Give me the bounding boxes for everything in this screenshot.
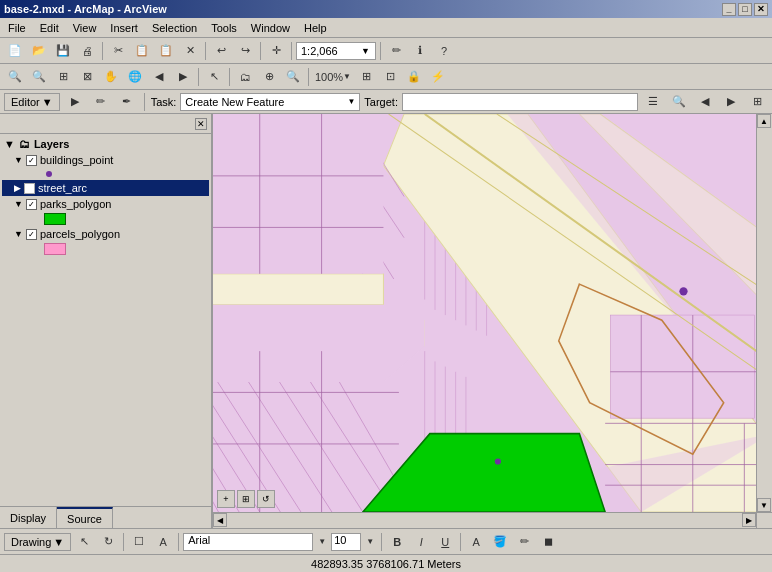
text-box-btn[interactable]: ☐ xyxy=(128,532,150,552)
parks-expand[interactable]: ▼ xyxy=(14,199,23,209)
font-type-btn[interactable]: A xyxy=(152,532,174,552)
target-icon-btn[interactable]: ☰ xyxy=(642,92,664,112)
menu-tools[interactable]: Tools xyxy=(207,21,241,35)
zoom-full-btn[interactable]: ⊠ xyxy=(76,67,98,87)
scale-box[interactable]: 1:2,066 ▼ xyxy=(296,42,376,60)
scroll-h-track[interactable] xyxy=(227,513,742,528)
zoom-out-btn[interactable]: 🔍 xyxy=(28,67,50,87)
task-dropdown[interactable]: Create New Feature ▼ xyxy=(180,93,360,111)
parcels-expand[interactable]: ▼ xyxy=(14,229,23,239)
layer-item-buildings[interactable]: ▼ ✓ buildings_point xyxy=(2,152,209,168)
copy-btn[interactable]: 📋 xyxy=(131,41,153,61)
menu-file[interactable]: File xyxy=(4,21,30,35)
parcels-checkbox[interactable]: ✓ xyxy=(26,229,37,240)
pencil-btn[interactable]: ✏ xyxy=(90,92,112,112)
street-expand[interactable]: ▶ xyxy=(14,183,21,193)
shadow-btn[interactable]: ◼ xyxy=(537,532,559,552)
fill-color-btn[interactable]: 🪣 xyxy=(489,532,511,552)
scroll-right-btn[interactable]: ▶ xyxy=(742,513,756,527)
line-color-btn[interactable]: ✏ xyxy=(513,532,535,552)
bold-btn[interactable]: B xyxy=(386,532,408,552)
menu-selection[interactable]: Selection xyxy=(148,21,201,35)
lightning-btn[interactable]: ⚡ xyxy=(427,67,449,87)
italic-btn[interactable]: I xyxy=(410,532,432,552)
delete-btn[interactable]: ✕ xyxy=(179,41,201,61)
zoom-pct-btn[interactable]: 100%▼ xyxy=(313,67,353,87)
arcmap-btn[interactable]: ⊕ xyxy=(258,67,280,87)
edit-tool-btn[interactable]: ✏ xyxy=(385,41,407,61)
maximize-button[interactable]: □ xyxy=(738,3,752,16)
map-zoom-full-btn[interactable]: ⊞ xyxy=(237,490,255,508)
menu-help[interactable]: Help xyxy=(300,21,331,35)
font-color-btn[interactable]: A xyxy=(465,532,487,552)
close-button[interactable]: ✕ xyxy=(754,3,768,16)
catalog-btn[interactable]: 🗂 xyxy=(234,67,256,87)
target-fwd-btn[interactable]: ▶ xyxy=(720,92,742,112)
parks-checkbox[interactable]: ✓ xyxy=(26,199,37,210)
buildings-checkbox[interactable]: ✓ xyxy=(26,155,37,166)
layer-item-parcels[interactable]: ▼ ✓ parcels_polygon xyxy=(2,226,209,242)
layer-item-parks[interactable]: ▼ ✓ parks_polygon xyxy=(2,196,209,212)
target-box[interactable] xyxy=(402,93,638,111)
pencil2-btn[interactable]: ✒ xyxy=(116,92,138,112)
underline-btn[interactable]: U xyxy=(434,532,456,552)
select-tool-btn[interactable]: ↖ xyxy=(73,532,95,552)
map-refresh-btn[interactable]: ↺ xyxy=(257,490,275,508)
zoom-in-btn[interactable]: 🔍 xyxy=(4,67,26,87)
font-size-arrow[interactable]: ▼ xyxy=(363,532,377,552)
map-add-layer-btn[interactable]: + xyxy=(217,490,235,508)
layers-collapse-arrow[interactable]: ▼ xyxy=(4,138,15,150)
vertical-scrollbar[interactable]: ▲ ▼ xyxy=(756,114,772,512)
zoom-custom-btn[interactable]: ⊡ xyxy=(379,67,401,87)
scroll-v-track[interactable] xyxy=(757,128,772,498)
menu-view[interactable]: View xyxy=(69,21,101,35)
scroll-left-btn[interactable]: ◀ xyxy=(213,513,227,527)
street-checkbox[interactable]: ✓ xyxy=(24,183,35,194)
tab-source[interactable]: Source xyxy=(57,507,113,528)
scroll-down-btn[interactable]: ▼ xyxy=(757,498,771,512)
font-name-box[interactable]: Arial xyxy=(183,533,313,551)
print-btn[interactable]: 🖨 xyxy=(76,41,98,61)
new-btn[interactable]: 📄 xyxy=(4,41,26,61)
identify-btn[interactable]: ℹ xyxy=(409,41,431,61)
horizontal-scrollbar[interactable]: ◀ ▶ xyxy=(213,512,756,528)
target-lock-btn[interactable]: ⊞ xyxy=(746,92,768,112)
edit-play-btn[interactable]: ▶ xyxy=(64,92,86,112)
layer-item-street[interactable]: ▶ ✓ street_arc xyxy=(2,180,209,196)
tab-display[interactable]: Display xyxy=(0,507,57,528)
minimize-button[interactable]: _ xyxy=(722,3,736,16)
buildings-name: buildings_point xyxy=(40,154,113,166)
rotate-btn[interactable]: ↻ xyxy=(97,532,119,552)
undo-btn[interactable]: ↩ xyxy=(210,41,232,61)
add-data-btn[interactable]: ✛ xyxy=(265,41,287,61)
scale-dropdown-arrow[interactable]: ▼ xyxy=(361,46,371,56)
search-btn[interactable]: 🔍 xyxy=(282,67,304,87)
menu-window[interactable]: Window xyxy=(247,21,294,35)
select-btn[interactable]: ↖ xyxy=(203,67,225,87)
menu-edit[interactable]: Edit xyxy=(36,21,63,35)
globe-btn[interactable]: 🌐 xyxy=(124,67,146,87)
zoom-extent-btn[interactable]: ⊞ xyxy=(52,67,74,87)
drawing-dropdown-btn[interactable]: Drawing ▼ xyxy=(4,533,71,551)
forward-btn[interactable]: ▶ xyxy=(172,67,194,87)
pan-btn[interactable]: ✋ xyxy=(100,67,122,87)
zoom-set-btn[interactable]: ⊞ xyxy=(355,67,377,87)
target-back-btn[interactable]: ◀ xyxy=(694,92,716,112)
map-area[interactable]: + ⊞ ↺ ▲ ▼ ◀ ▶ xyxy=(213,114,772,528)
scroll-up-btn[interactable]: ▲ xyxy=(757,114,771,128)
paste-btn[interactable]: 📋 xyxy=(155,41,177,61)
cut-btn[interactable]: ✂ xyxy=(107,41,129,61)
target-search-btn[interactable]: 🔍 xyxy=(668,92,690,112)
save-btn[interactable]: 💾 xyxy=(52,41,74,61)
editor-dropdown-btn[interactable]: Editor ▼ xyxy=(4,93,60,111)
panel-close-btn[interactable]: ✕ xyxy=(195,118,207,130)
back-btn[interactable]: ◀ xyxy=(148,67,170,87)
menu-insert[interactable]: Insert xyxy=(106,21,142,35)
find-btn[interactable]: ? xyxy=(433,41,455,61)
font-size-box[interactable]: 10 xyxy=(331,533,361,551)
lock-btn[interactable]: 🔒 xyxy=(403,67,425,87)
font-name-arrow[interactable]: ▼ xyxy=(315,532,329,552)
redo-btn[interactable]: ↪ xyxy=(234,41,256,61)
open-btn[interactable]: 📂 xyxy=(28,41,50,61)
buildings-expand[interactable]: ▼ xyxy=(14,155,23,165)
